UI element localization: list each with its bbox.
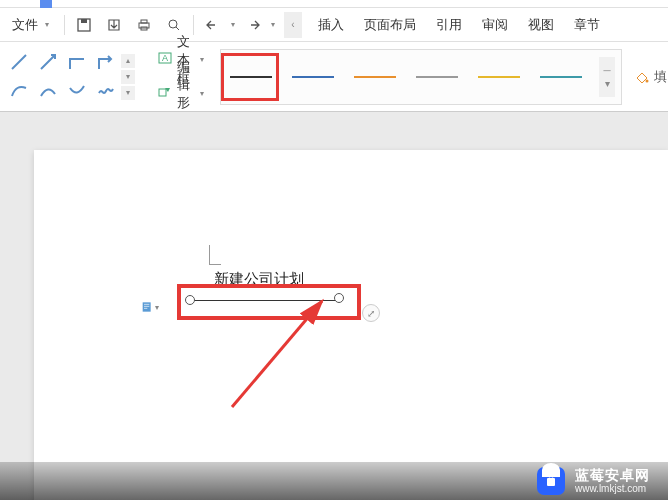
menu-bar: 文件 ▾ ▾ ▾ ‹ 插入 页面布局 引用 审阅 视图 章节 [0,8,668,42]
watermark: 蓝莓安卓网 www.lmkjst.com [0,462,668,500]
gallery-more-button[interactable]: ─▾ [599,57,615,97]
redo-history-dropdown[interactable]: ▾ [268,15,278,35]
text-cursor [209,245,221,265]
chevron-down-icon: ▾ [200,84,204,104]
line-style-orange[interactable] [351,57,399,97]
undo-history-dropdown[interactable]: ▾ [228,15,238,35]
shape-scribble[interactable] [93,78,119,104]
inserted-line-shape[interactable] [189,300,341,301]
selection-highlight-box [177,284,361,320]
paragraph-layout-icon[interactable]: ▾ [142,298,160,316]
tab-references[interactable]: 引用 [426,8,472,41]
watermark-url: www.lmkjst.com [575,483,650,494]
text-box-icon: A [157,50,173,69]
svg-rect-3 [141,20,147,23]
shape-line[interactable] [6,49,32,75]
line-style-gray[interactable] [413,57,461,97]
shape-curve-3[interactable] [64,78,90,104]
line-shape-palette [6,49,119,104]
line-style-gallery: ─▾ [220,49,622,105]
tab-view[interactable]: 视图 [518,8,564,41]
undo-button[interactable] [200,12,226,38]
export-button[interactable] [101,12,127,38]
shape-curve-2[interactable] [35,78,61,104]
shape-elbow[interactable] [64,49,90,75]
svg-rect-1 [81,19,87,23]
file-menu-label: 文件 [12,16,38,34]
svg-point-13 [549,476,551,478]
svg-point-9 [646,79,649,82]
shape-curve-1[interactable] [6,78,32,104]
line-style-blue[interactable] [289,57,337,97]
tab-chapter[interactable]: 章节 [564,8,610,41]
fill-control[interactable]: 填 [628,68,668,86]
line-style-black[interactable] [227,57,275,97]
svg-point-5 [169,20,177,28]
shape-palette-scroll[interactable]: ▴ ▾ ▾ [121,54,135,100]
scroll-more-icon[interactable]: ▾ [121,86,135,100]
layout-options-button[interactable]: ⤢ [362,304,380,322]
workspace: 新建公司计划 ▾ ⤢ [0,112,668,500]
selection-highlight [221,53,279,101]
watermark-logo-icon [537,467,565,495]
tab-page-layout[interactable]: 页面布局 [354,8,426,41]
scroll-down-icon[interactable]: ▾ [121,70,135,84]
redo-button[interactable] [240,12,266,38]
svg-rect-8 [159,89,166,96]
svg-rect-12 [547,478,555,486]
ribbon: ▴ ▾ ▾ A 文本框 ▾ 编辑形状 ▾ ─▾ [0,42,668,112]
tab-insert[interactable]: 插入 [308,8,354,41]
chevron-down-icon: ▾ [153,297,160,317]
shape-arrow[interactable] [35,49,61,75]
print-button[interactable] [131,12,157,38]
edit-shape-icon [157,84,173,103]
scroll-up-icon[interactable]: ▴ [121,54,135,68]
watermark-brand: 蓝莓安卓网 [575,468,650,483]
chevron-down-icon: ▾ [199,50,204,70]
svg-point-14 [552,476,554,478]
paint-bucket-icon [634,69,650,85]
resize-handle-left[interactable] [185,295,195,305]
save-button[interactable] [71,12,97,38]
svg-text:A: A [162,53,168,63]
edit-shape-button[interactable]: 编辑形状 ▾ [151,80,210,108]
document-page[interactable]: 新建公司计划 ▾ ⤢ [34,150,668,500]
svg-rect-10 [143,302,151,311]
file-menu[interactable]: 文件 ▾ [0,8,60,41]
chevron-down-icon: ▾ [42,15,52,35]
resize-handle-right[interactable] [334,293,344,303]
line-style-teal[interactable] [537,57,585,97]
tab-scroll-left[interactable]: ‹ [284,12,302,38]
shape-elbow-arrow[interactable] [93,49,119,75]
line-style-yellow[interactable] [475,57,523,97]
tab-review[interactable]: 审阅 [472,8,518,41]
